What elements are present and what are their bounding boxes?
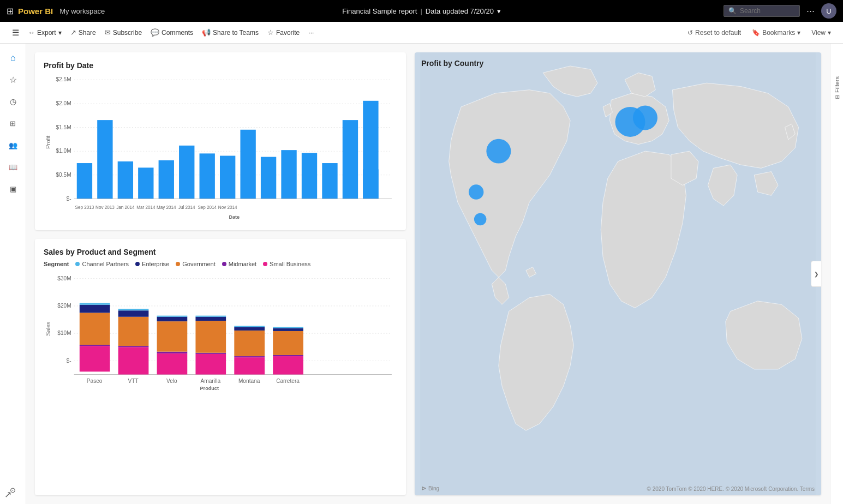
svg-rect-66	[195, 321, 226, 353]
subscribe-icon: ✉	[105, 28, 111, 37]
favorite-icon: ☆	[267, 28, 274, 37]
export-icon: ↔	[28, 28, 35, 37]
svg-rect-19	[200, 153, 215, 199]
svg-text:Amarilla: Amarilla	[200, 378, 220, 384]
svg-point-91	[633, 105, 657, 130]
svg-text:Paseo: Paseo	[87, 378, 103, 384]
government-label: Government	[182, 261, 216, 267]
share-teams-btn[interactable]: 📢 Share to Teams	[199, 26, 262, 39]
topbar-right: 🔍 ··· U	[724, 3, 836, 19]
left-sidebar: ⌂ ☆ ◷ ⊞ 👥 📖 ▣ ⊙	[0, 44, 26, 504]
sidebar-item-recent[interactable]: ◷	[3, 92, 23, 111]
report-title: Financial Sample report	[342, 7, 417, 15]
svg-text:Carretera: Carretera	[276, 378, 300, 384]
subscribe-btn[interactable]: ✉ Subscribe	[101, 26, 145, 39]
svg-rect-49	[80, 346, 110, 371]
svg-text:Nov 2014: Nov 2014	[218, 205, 237, 210]
favorite-btn[interactable]: ☆ Favorite	[264, 26, 303, 39]
profit-by-date-chart[interactable]: $2.5M $2.0M $1.5M $1.0M $0.5M $- Profit	[44, 74, 397, 221]
sidebar-item-home[interactable]: ⌂	[3, 48, 23, 68]
content-area: Profit by Date $2.5M $2.0M $1.5M	[26, 44, 830, 504]
hamburger-btn[interactable]: ☰	[9, 26, 22, 40]
map-copyright: © 2020 TomTom © 2020 HERE. © 2020 Micros…	[647, 486, 815, 492]
svg-rect-21	[240, 130, 255, 199]
sidebar-item-learn[interactable]: 📖	[3, 157, 23, 177]
svg-text:$0.5M: $0.5M	[56, 172, 71, 178]
sales-chart[interactable]: $30M $20M $10M $- Sales	[44, 272, 397, 392]
svg-text:Jan 2014: Jan 2014	[116, 205, 135, 210]
sales-by-product-panel: Sales by Product and Segment Segment Cha…	[35, 239, 406, 495]
svg-rect-52	[80, 305, 110, 313]
export-label: Export	[37, 29, 56, 37]
svg-rect-24	[302, 153, 317, 199]
svg-text:$10M: $10M	[57, 330, 71, 336]
sidebar-item-favorites[interactable]: ☆	[3, 70, 23, 89]
favorite-label: Favorite	[276, 29, 300, 37]
midmarket-dot	[222, 262, 226, 266]
bookmark-icon: 🔖	[752, 29, 760, 37]
sidebar-item-workspaces[interactable]: ▣	[3, 179, 23, 199]
collapse-btn[interactable]: ❯	[811, 261, 821, 287]
sidebar-item-apps[interactable]: ⊞	[3, 113, 23, 133]
data-updated: Data updated 7/20/20	[426, 7, 494, 15]
share-btn[interactable]: ↗ Share	[67, 26, 99, 39]
search-input[interactable]	[740, 7, 795, 15]
profit-by-country-title: Profit by Country	[421, 59, 483, 68]
svg-rect-25	[322, 163, 337, 199]
export-btn[interactable]: ↔ Export ▾	[25, 26, 65, 39]
svg-rect-57	[118, 310, 149, 317]
legend: Segment Channel Partners Enterprise Gove…	[44, 261, 397, 267]
svg-rect-23	[281, 150, 296, 199]
svg-rect-55	[118, 346, 149, 347]
small-business-label: Small Business	[270, 261, 310, 267]
sales-by-product-title: Sales by Product and Segment	[44, 248, 397, 256]
map-container[interactable]: .land { fill: #d8d8d8; stroke: #fff; str…	[415, 52, 821, 495]
svg-text:Profit: Profit	[45, 135, 51, 148]
svg-rect-54	[118, 347, 149, 374]
menu-icon[interactable]: ⊞	[7, 6, 14, 16]
avatar[interactable]: U	[821, 3, 836, 19]
more-options-btn[interactable]: ···	[806, 5, 815, 17]
search-box[interactable]: 🔍	[724, 5, 800, 17]
comments-label: Comments	[162, 29, 193, 37]
legend-channel-partners: Channel Partners	[75, 261, 129, 267]
teams-icon: 📢	[202, 28, 211, 37]
map-footer-right: © 2020 TomTom © 2020 HERE. © 2020 Micros…	[647, 486, 815, 492]
chevron-down-icon[interactable]: ▾	[497, 7, 501, 15]
expand-btn[interactable]: ↗	[4, 489, 11, 500]
svg-rect-77	[273, 328, 303, 331]
left-charts: Profit by Date $2.5M $2.0M $1.5M	[35, 52, 406, 495]
filters-panel[interactable]: ⊟ Filters	[834, 76, 840, 99]
bookmarks-btn[interactable]: 🔖 Bookmarks ▾	[749, 27, 804, 39]
filter-icon: ⊟	[834, 95, 840, 99]
svg-point-89	[474, 213, 486, 225]
comments-btn[interactable]: 💬 Comments	[147, 26, 196, 39]
profit-by-date-panel: Profit by Date $2.5M $2.0M $1.5M	[35, 52, 406, 230]
svg-rect-51	[80, 313, 110, 345]
workspace-label: My workspace	[59, 7, 105, 15]
hamburger-icon: ☰	[12, 28, 19, 38]
sidebar-item-shared[interactable]: 👥	[3, 135, 23, 155]
svg-text:$1.0M: $1.0M	[56, 148, 71, 154]
svg-rect-61	[157, 321, 188, 352]
reset-btn[interactable]: ↺ Reset to default	[684, 27, 744, 39]
svg-rect-68	[195, 316, 226, 317]
main-layout: ⌂ ☆ ◷ ⊞ 👥 📖 ▣ ⊙ Profit by Date	[0, 44, 843, 504]
svg-rect-78	[273, 327, 303, 328]
map-footer-left: ⊳ Bing	[421, 485, 439, 492]
view-label: View	[811, 29, 826, 37]
svg-rect-50	[80, 345, 110, 346]
profit-by-country-panel[interactable]: Profit by Country .land { fill: #d8d8d8;…	[415, 52, 821, 495]
more-toolbar-btn[interactable]: ···	[305, 27, 317, 39]
svg-rect-28	[363, 101, 378, 199]
svg-rect-26	[343, 120, 358, 199]
view-btn[interactable]: View ▾	[808, 27, 834, 39]
search-icon: 🔍	[728, 7, 737, 15]
svg-rect-71	[234, 331, 265, 356]
legend-midmarket: Midmarket	[222, 261, 256, 267]
svg-rect-69	[234, 357, 265, 374]
svg-text:$2.5M: $2.5M	[56, 76, 71, 82]
share-teams-label: Share to Teams	[213, 29, 259, 37]
svg-rect-60	[157, 352, 188, 353]
reset-icon: ↺	[687, 29, 693, 37]
